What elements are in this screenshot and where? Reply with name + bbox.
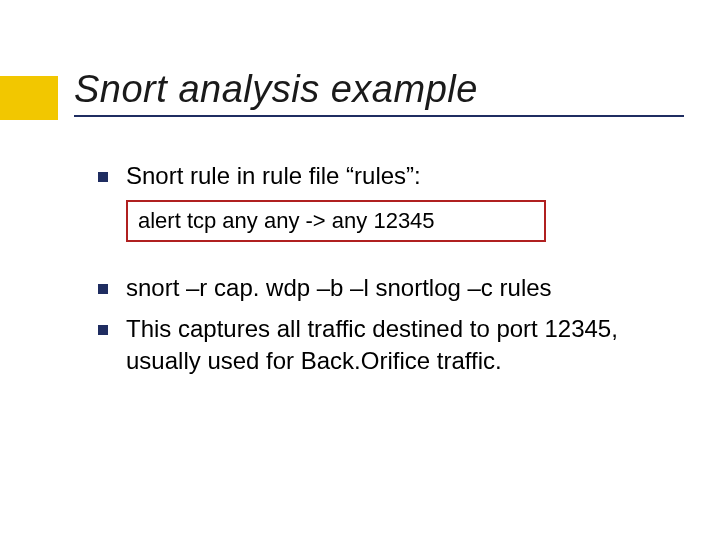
bullet-square-icon bbox=[98, 325, 108, 335]
title-underline bbox=[74, 115, 684, 117]
bullet-text-3: This captures all traffic destined to po… bbox=[126, 313, 660, 378]
bullet-square-icon bbox=[98, 172, 108, 182]
accent-bar bbox=[0, 76, 58, 120]
content-area: Snort rule in rule file “rules”: alert t… bbox=[98, 160, 660, 386]
bullet-row-3: This captures all traffic destined to po… bbox=[98, 313, 660, 378]
bullet-text-2: snort –r cap. wdp –b –l snortlog –c rule… bbox=[126, 272, 552, 304]
title-area: Snort analysis example bbox=[74, 68, 680, 117]
snort-rule-box: alert tcp any any -> any 12345 bbox=[126, 200, 546, 242]
bullet-row-1: Snort rule in rule file “rules”: bbox=[98, 160, 660, 192]
slide-title: Snort analysis example bbox=[74, 68, 680, 111]
lower-bullets: snort –r cap. wdp –b –l snortlog –c rule… bbox=[98, 272, 660, 377]
bullet-square-icon bbox=[98, 284, 108, 294]
bullet-row-2: snort –r cap. wdp –b –l snortlog –c rule… bbox=[98, 272, 660, 304]
bullet-text-1: Snort rule in rule file “rules”: bbox=[126, 160, 421, 192]
